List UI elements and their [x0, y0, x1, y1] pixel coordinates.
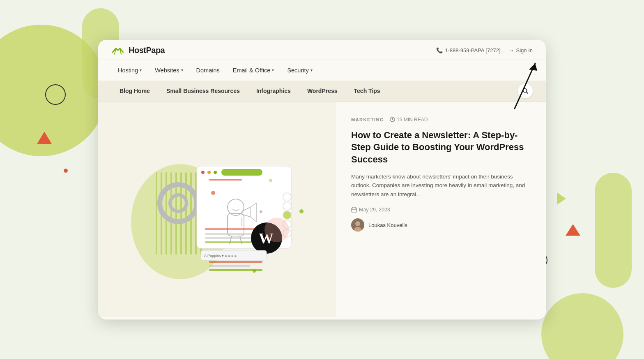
read-time: 15 MIN READ — [390, 117, 428, 123]
article-date-value: May 29, 2023 — [359, 207, 390, 213]
logo-area: HostPapa — [111, 46, 165, 56]
main-nav: Hosting ▾ Websites ▾ Domains Email & Off… — [98, 60, 546, 81]
deco-triangle-fill-right — [566, 224, 580, 236]
svg-rect-53 — [352, 208, 356, 212]
deco-circle-small-left — [45, 84, 66, 105]
svg-rect-40 — [209, 261, 262, 263]
chevron-down-icon-email: ▾ — [272, 68, 274, 72]
deco-stripe-right — [595, 173, 632, 288]
sign-in-link[interactable]: → Sign In — [509, 47, 533, 53]
svg-rect-35 — [205, 241, 258, 243]
svg-rect-41 — [209, 265, 250, 267]
article-title: How to Create a Newsletter: A Step-by-St… — [351, 129, 531, 166]
nav-label-websites: Websites — [155, 67, 179, 74]
clock-icon — [390, 117, 395, 122]
nav-item-email-office[interactable]: Email & Office ▾ — [226, 60, 281, 81]
svg-point-43 — [211, 191, 215, 195]
hostpapa-logo-icon — [111, 46, 124, 56]
svg-point-45 — [299, 209, 304, 213]
chevron-down-icon-websites: ▾ — [181, 68, 183, 72]
chevron-down-icon-security: ▾ — [310, 68, 313, 72]
blog-nav-small-business[interactable]: Small Business Resources — [158, 81, 248, 102]
sign-in-label: Sign In — [516, 47, 533, 53]
svg-text:A  Poppins ▾  ≡ ≡ ≡ ≡: A Poppins ▾ ≡ ≡ ≡ ≡ — [204, 254, 237, 258]
author-name: Loukas Kouvelis — [368, 222, 407, 228]
blog-nav-infographics-label: Infographics — [256, 88, 291, 94]
article-illustration: ★ W A Poppi — [106, 139, 328, 279]
signin-arrow-icon: → — [509, 47, 514, 53]
svg-point-17 — [207, 171, 211, 174]
nav-item-security[interactable]: Security ▾ — [281, 60, 319, 81]
author-avatar — [351, 218, 364, 232]
article-info-panel: MARKETING 15 MIN READ How to Create a Ne… — [336, 102, 546, 317]
nav-item-hosting[interactable]: Hosting ▾ — [111, 60, 148, 81]
logo-text: HostPapa — [129, 46, 165, 55]
phone-number: 1-888-959-PAPA [7272] — [445, 47, 500, 53]
article-author: Loukas Kouvelis — [351, 218, 531, 232]
svg-point-47 — [264, 218, 289, 242]
blog-nav-infographics[interactable]: Infographics — [248, 81, 299, 102]
svg-point-18 — [214, 171, 217, 174]
deco-circle-bottomright — [541, 293, 623, 359]
calendar-icon — [351, 207, 357, 213]
article-excerpt: Many marketers know about newsletters' i… — [351, 172, 531, 199]
phone-link[interactable]: 📞 1-888-959-PAPA [7272] — [436, 47, 500, 53]
svg-rect-20 — [209, 179, 242, 181]
blog-nav-home-label: Blog Home — [120, 88, 150, 94]
svg-point-44 — [269, 179, 272, 182]
nav-label-hosting: Hosting — [118, 67, 138, 74]
blog-nav: Blog Home Small Business Resources Infog… — [98, 81, 546, 102]
svg-rect-33 — [205, 233, 254, 235]
nav-label-security: Security — [287, 67, 308, 74]
blog-nav-tech-tips-label: Tech Tips — [354, 88, 380, 94]
article-badge: MARKETING — [351, 117, 384, 122]
svg-rect-3 — [156, 172, 157, 255]
svg-line-1 — [527, 92, 528, 94]
svg-point-58 — [355, 221, 360, 226]
article-date: May 29, 2023 — [351, 207, 531, 213]
deco-circle-left — [0, 25, 107, 156]
search-icon — [522, 88, 529, 94]
deco-dot-left — [64, 169, 68, 173]
deco-triangle-left — [37, 132, 52, 144]
svg-line-52 — [393, 120, 394, 120]
blog-nav-wordpress[interactable]: WordPress — [299, 81, 346, 102]
svg-point-16 — [201, 171, 205, 174]
content-area: ★ W A Poppi — [98, 102, 546, 317]
nav-item-domains[interactable]: Domains — [190, 60, 226, 81]
browser-window: HostPapa 📞 1-888-959-PAPA [7272] → Sign … — [98, 40, 546, 320]
top-bar: HostPapa 📞 1-888-959-PAPA [7272] → Sign … — [98, 40, 546, 60]
article-meta: MARKETING 15 MIN READ — [351, 117, 531, 123]
nav-label-email-office: Email & Office — [233, 67, 271, 74]
featured-image-area: ★ W A Poppi — [98, 102, 336, 317]
deco-triangle-outline-right — [557, 192, 566, 205]
svg-rect-19 — [221, 169, 262, 176]
blog-nav-small-business-label: Small Business Resources — [166, 88, 240, 94]
svg-point-46 — [253, 269, 256, 273]
blog-nav-wordpress-label: WordPress — [307, 88, 338, 94]
search-button[interactable] — [518, 83, 533, 98]
read-time-label: 15 MIN READ — [397, 117, 428, 123]
nav-item-websites[interactable]: Websites ▾ — [148, 60, 189, 81]
svg-text:★: ★ — [258, 208, 264, 215]
top-bar-right: 📞 1-888-959-PAPA [7272] → Sign In — [436, 47, 533, 53]
phone-icon: 📞 — [436, 47, 443, 53]
blog-nav-home[interactable]: Blog Home — [111, 81, 158, 102]
nav-label-domains: Domains — [196, 67, 220, 74]
chevron-down-icon-hosting: ▾ — [140, 68, 142, 72]
blog-nav-tech-tips[interactable]: Tech Tips — [346, 81, 389, 102]
svg-point-29 — [283, 211, 291, 219]
